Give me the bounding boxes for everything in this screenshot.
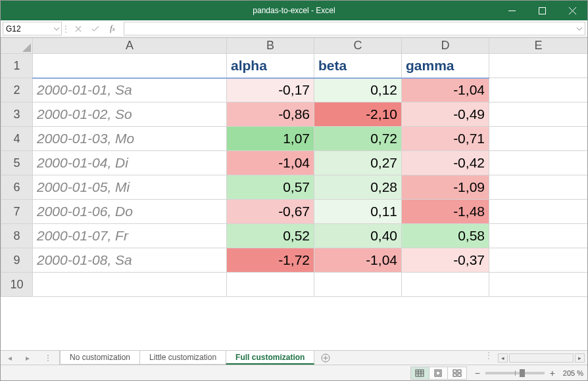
maximize-button[interactable]: [527, 1, 557, 20]
cancel-icon[interactable]: [70, 22, 87, 36]
select-all-corner[interactable]: [1, 38, 33, 54]
spreadsheet-grid[interactable]: A B C D E 1alphabetagamma22000-01-01, Sa…: [1, 37, 587, 350]
cell[interactable]: -2,10: [314, 102, 402, 127]
insert-function-button[interactable]: fx: [104, 22, 121, 36]
zoom-slider[interactable]: [485, 372, 545, 374]
row-header[interactable]: 1: [1, 54, 33, 78]
scroll-right-button[interactable]: ▸: [575, 353, 585, 363]
enter-icon[interactable]: [87, 22, 104, 36]
cell[interactable]: [33, 54, 227, 78]
cell[interactable]: 0,27: [314, 151, 402, 175]
cell[interactable]: 2000-01-03, Mo: [33, 127, 227, 151]
col-header[interactable]: B: [227, 38, 314, 54]
row-header[interactable]: 5: [1, 151, 33, 175]
cell[interactable]: -0,71: [402, 127, 489, 151]
minimize-button[interactable]: [497, 1, 527, 20]
cell[interactable]: [489, 248, 588, 273]
cell[interactable]: 2000-01-05, Mi: [33, 175, 227, 200]
cell[interactable]: -1,04: [314, 248, 402, 273]
cell[interactable]: -0,42: [402, 151, 489, 175]
sheet-nav-prev-icon[interactable]: ▸: [22, 353, 34, 363]
zoom-slider-thumb[interactable]: [520, 369, 525, 377]
cell[interactable]: 2000-01-02, So: [33, 102, 227, 127]
cell[interactable]: 2000-01-07, Fr: [33, 224, 227, 248]
cell[interactable]: 0,11: [314, 200, 402, 224]
cell[interactable]: 0,40: [314, 224, 402, 248]
cell[interactable]: 2000-01-04, Di: [33, 151, 227, 175]
name-box-dropdown-icon[interactable]: [53, 26, 60, 32]
cell[interactable]: [402, 273, 489, 297]
formula-expand-icon[interactable]: [576, 26, 583, 32]
cell[interactable]: -0,86: [227, 102, 314, 127]
name-box[interactable]: [3, 22, 62, 35]
cell[interactable]: 0,28: [314, 175, 402, 200]
cell[interactable]: 0,58: [402, 224, 489, 248]
cell[interactable]: [489, 224, 588, 248]
cell[interactable]: 2000-01-08, Sa: [33, 248, 227, 273]
svg-rect-1: [539, 7, 545, 14]
page-break-view-button[interactable]: [448, 367, 466, 379]
cell[interactable]: alpha: [227, 54, 314, 78]
col-header[interactable]: C: [314, 38, 402, 54]
col-header[interactable]: D: [402, 38, 489, 54]
cell[interactable]: [489, 175, 588, 200]
cell[interactable]: -0,49: [402, 102, 489, 127]
cell[interactable]: [489, 273, 588, 297]
horizontal-scrollbar[interactable]: ◂ ▸: [495, 351, 587, 365]
row-header[interactable]: 7: [1, 200, 33, 224]
cell[interactable]: 2000-01-06, Do: [33, 200, 227, 224]
cell[interactable]: 2000-01-01, Sa: [33, 78, 227, 102]
cell[interactable]: -0,17: [227, 78, 314, 102]
formula-input-wrap[interactable]: [124, 22, 585, 35]
row-header[interactable]: 6: [1, 175, 33, 200]
cell[interactable]: [489, 151, 588, 175]
sheet-tab[interactable]: No customization: [60, 351, 140, 365]
cell[interactable]: -0,67: [227, 200, 314, 224]
tab-resize-handle[interactable]: ⋮: [482, 351, 495, 365]
cell[interactable]: [489, 102, 588, 127]
normal-view-button[interactable]: [411, 367, 429, 379]
zoom-out-button[interactable]: −: [472, 368, 483, 378]
row-header[interactable]: 8: [1, 224, 33, 248]
cell[interactable]: 0,72: [314, 127, 402, 151]
zoom-level-label[interactable]: 205 %: [563, 369, 583, 377]
sheet-tab[interactable]: Little customization: [139, 351, 226, 365]
cell[interactable]: beta: [314, 54, 402, 78]
row-header[interactable]: 9: [1, 248, 33, 273]
name-box-input[interactable]: [6, 24, 59, 34]
col-header[interactable]: A: [33, 38, 227, 54]
cell[interactable]: -1,04: [227, 151, 314, 175]
close-button[interactable]: [557, 1, 587, 20]
cell[interactable]: -1,48: [402, 200, 489, 224]
cell[interactable]: -1,09: [402, 175, 489, 200]
cell[interactable]: [33, 273, 227, 297]
scroll-track[interactable]: [509, 353, 574, 363]
cell[interactable]: 0,12: [314, 78, 402, 102]
cell[interactable]: [489, 78, 588, 102]
zoom-in-button[interactable]: +: [547, 368, 558, 378]
row-header[interactable]: 2: [1, 78, 33, 102]
cell[interactable]: [489, 200, 588, 224]
col-header[interactable]: E: [489, 38, 588, 54]
cell[interactable]: [489, 127, 588, 151]
cell[interactable]: [489, 54, 588, 78]
cell[interactable]: [314, 273, 402, 297]
sheet-nav-first-icon[interactable]: ◂: [4, 353, 16, 363]
add-sheet-button[interactable]: [314, 351, 337, 365]
cell[interactable]: -1,72: [227, 248, 314, 273]
row-header[interactable]: 10: [1, 273, 33, 297]
formula-input[interactable]: [127, 24, 582, 34]
sheet-tab[interactable]: Full customization: [226, 351, 314, 365]
cell[interactable]: 0,57: [227, 175, 314, 200]
cell[interactable]: -0,37: [402, 248, 489, 273]
cell[interactable]: gamma: [402, 54, 489, 78]
cell[interactable]: 0,52: [227, 224, 314, 248]
scroll-left-button[interactable]: ◂: [498, 353, 508, 363]
row-header[interactable]: 3: [1, 102, 33, 127]
page-layout-view-button[interactable]: [429, 367, 448, 379]
cell[interactable]: [227, 273, 314, 297]
cell[interactable]: -1,04: [402, 78, 489, 102]
sheet-nav-menu-icon[interactable]: ⋯: [43, 350, 53, 366]
cell[interactable]: 1,07: [227, 127, 314, 151]
row-header[interactable]: 4: [1, 127, 33, 151]
